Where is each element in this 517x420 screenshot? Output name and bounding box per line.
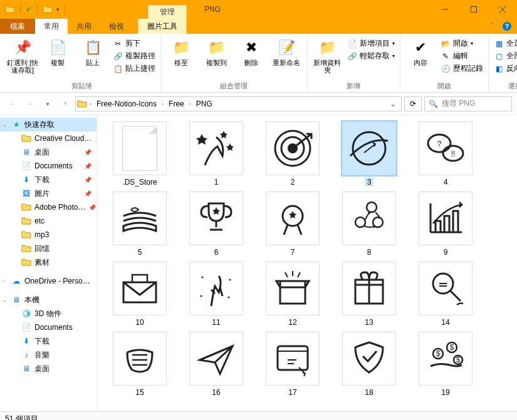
ribbon-group-open: ✔內容 📂開啟▾ ✎編輯 🕘歷程記錄 開啟 — [400, 35, 489, 92]
file-item[interactable]: 18 — [338, 332, 400, 397]
file-item[interactable]: 2 — [261, 121, 324, 187]
file-item[interactable]: 3 — [338, 121, 400, 187]
sidebar-item-desktop2[interactable]: 🖥桌面 — [0, 362, 97, 376]
tab-share[interactable]: 共用 — [68, 19, 100, 34]
qa-folder-icon[interactable] — [43, 4, 53, 14]
qa-dropdown-icon[interactable]: ▾ — [56, 6, 60, 13]
properties-button[interactable]: ✔內容 — [403, 36, 438, 68]
move-icon: 📁 — [171, 38, 191, 58]
copy-button[interactable]: 📄複製 — [40, 36, 75, 68]
file-thumbnail — [419, 192, 473, 245]
file-item[interactable]: 17 — [261, 332, 324, 397]
file-item[interactable]: 13 — [338, 262, 400, 327]
sidebar-item-documents[interactable]: 📄Documents📌 — [0, 159, 97, 173]
file-item[interactable]: 15 — [108, 332, 171, 397]
sidebar-item-documents2[interactable]: 📄Documents — [0, 320, 97, 334]
file-thumbnail — [189, 332, 243, 386]
select-none-button[interactable]: ▢全部不選 — [493, 50, 517, 62]
sidebar-item-pictures[interactable]: 🖼圖片📌 — [0, 187, 97, 200]
sidebar: ⌄★快速存取 Creative Cloud…📌 🖥桌面📌 📄Documents📌… — [0, 115, 97, 411]
file-item[interactable]: 12 — [261, 262, 324, 327]
file-item[interactable]: 10 — [108, 262, 171, 327]
address-dropdown-icon[interactable]: ⌄ — [386, 100, 400, 108]
help-button[interactable]: ? — [499, 19, 514, 34]
tab-home[interactable]: 常用 — [35, 19, 68, 34]
paste-button[interactable]: 📋貼上 — [75, 36, 110, 68]
file-item[interactable]: 5 — [108, 192, 171, 257]
ribbon-tabs: 檔案 常用 共用 檢視 圖片工具 ˄ ? — [0, 19, 517, 34]
breadcrumb-png[interactable]: PNG — [194, 98, 215, 110]
forward-button[interactable]: → — [23, 96, 38, 111]
search-input[interactable]: 🔍 搜尋 PNG — [424, 96, 512, 111]
paste-shortcut-button[interactable]: 📋貼上捷徑 — [112, 63, 157, 74]
sidebar-item-this-pc[interactable]: ⌄🖥本機 — [0, 293, 97, 307]
delete-button[interactable]: ✖刪除 — [234, 36, 269, 68]
file-thumbnail — [266, 121, 320, 175]
cut-button[interactable]: ✂剪下 — [112, 38, 157, 49]
sidebar-item-onedrive[interactable]: ›☁OneDrive - Perso… — [0, 274, 97, 288]
sidebar-item-materials[interactable]: 素材 — [0, 255, 97, 269]
close-button[interactable] — [488, 0, 517, 19]
pin-button[interactable]: 📌釘選到 [快速存取] — [5, 36, 40, 75]
file-item[interactable]: 8 — [338, 192, 400, 257]
file-list[interactable]: .DS_Store12345678910111213141516171819 — [97, 115, 517, 411]
history-icon: 🕘 — [441, 64, 451, 74]
sidebar-item-downloads2[interactable]: ⬇下載 — [0, 334, 97, 348]
file-thumbnail — [189, 262, 243, 315]
file-item[interactable]: 6 — [185, 192, 248, 257]
refresh-button[interactable]: ⟳ — [404, 96, 422, 111]
file-item[interactable]: 19 — [414, 332, 477, 397]
sidebar-item-downloads[interactable]: ⬇下載📌 — [0, 173, 97, 187]
select-all-button[interactable]: ▦全選 — [493, 38, 517, 49]
edit-button[interactable]: ✎編輯 — [439, 50, 484, 62]
sidebar-item-3d-objects[interactable]: 🧊3D 物件 — [0, 307, 97, 320]
open-button[interactable]: 📂開啟▾ — [439, 38, 484, 49]
qa-check-icon[interactable]: ✔ — [26, 5, 32, 14]
file-item[interactable]: .DS_Store — [108, 121, 171, 187]
maximize-button[interactable] — [459, 0, 488, 19]
sidebar-item-creative-cloud[interactable]: Creative Cloud…📌 — [0, 131, 97, 145]
file-name: 1 — [214, 178, 219, 187]
copy-to-button[interactable]: 📁複製到 — [199, 36, 234, 68]
sidebar-item-desktop[interactable]: 🖥桌面📌 — [0, 145, 97, 159]
new-folder-button[interactable]: 📁新增資料夾 — [310, 36, 345, 75]
sidebar-item-mp3[interactable]: mp3 — [0, 228, 97, 242]
invert-selection-button[interactable]: ◧反向選擇 — [493, 63, 517, 74]
tab-view[interactable]: 檢視 — [100, 19, 133, 34]
collapse-ribbon-icon[interactable]: ˄ — [484, 19, 499, 34]
pin-icon: 📌 — [84, 177, 91, 183]
file-item[interactable]: 16 — [185, 332, 248, 397]
desktop-icon: 🖥 — [21, 147, 31, 157]
file-item[interactable]: 9 — [414, 192, 477, 257]
file-name: 19 — [441, 388, 449, 397]
recent-locations-button[interactable]: ▾ — [40, 96, 55, 111]
sidebar-item-music[interactable]: ♪音樂 — [0, 348, 97, 362]
file-item[interactable]: 1 — [185, 121, 248, 187]
history-button[interactable]: 🕘歷程記錄 — [439, 63, 484, 74]
sidebar-item-adobe[interactable]: Adobe Photo…📌 — [0, 200, 97, 214]
sidebar-item-quick-access[interactable]: ⌄★快速存取 — [0, 118, 97, 131]
up-button[interactable]: ↑ — [58, 96, 73, 111]
breadcrumb-free[interactable]: Free — [166, 98, 187, 110]
file-item[interactable]: 14 — [414, 262, 477, 327]
file-item[interactable]: 7 — [261, 192, 324, 257]
tab-picture-tools[interactable]: 圖片工具 — [138, 19, 187, 34]
back-button[interactable]: ← — [5, 96, 20, 111]
sidebar-item-memories[interactable]: 回憶 — [0, 242, 97, 255]
breadcrumb-root[interactable]: Free-Notion-Icons — [94, 98, 159, 110]
search-icon: 🔍 — [429, 100, 438, 108]
tab-file[interactable]: 檔案 — [0, 19, 35, 34]
easy-access-button[interactable]: 🔗輕鬆存取▾ — [346, 50, 396, 62]
new-item-button[interactable]: 📄新增項目▾ — [346, 38, 396, 49]
file-item[interactable]: 4 — [414, 121, 477, 187]
address-field[interactable]: › Free-Notion-Icons › Free › PNG ⌄ — [75, 96, 402, 111]
title-bar: ✔ ▾ 管理 PNG — [0, 0, 517, 19]
minimize-button[interactable] — [431, 0, 459, 19]
contextual-tab-header: 管理 — [148, 5, 187, 19]
file-item[interactable]: 11 — [185, 262, 248, 327]
rename-icon: 📝 — [276, 38, 296, 58]
move-to-button[interactable]: 📁移至 — [164, 36, 199, 68]
sidebar-item-etc[interactable]: etc — [0, 214, 97, 228]
rename-button[interactable]: 📝重新命名 — [269, 36, 304, 68]
copy-path-button[interactable]: 🔗複製路徑 — [112, 50, 157, 62]
